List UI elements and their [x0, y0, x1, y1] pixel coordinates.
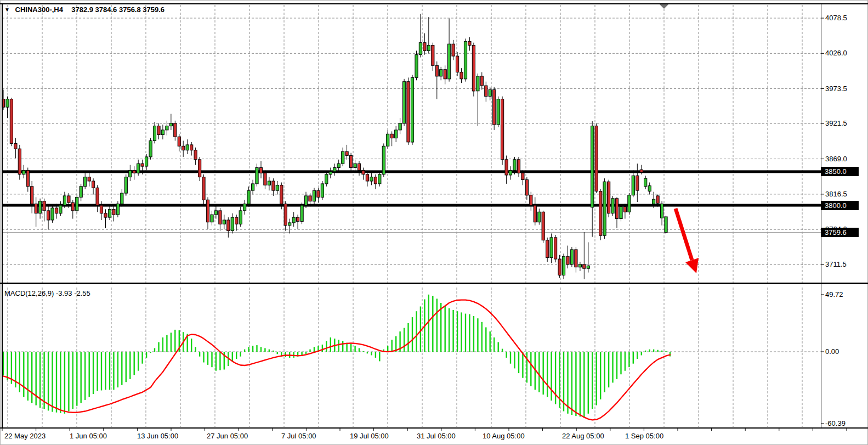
resistance-line-3850[interactable]	[2, 170, 821, 173]
candle-body	[370, 177, 373, 181]
macd-histogram-bar	[547, 352, 548, 397]
macd-histogram-bar	[89, 352, 90, 397]
candle-body	[6, 99, 9, 108]
time-axis-label: 7 Jul 05:00	[281, 432, 316, 440]
macd-histogram-bar	[264, 348, 265, 352]
macd-histogram-bar	[481, 322, 483, 352]
candle-body	[542, 212, 544, 240]
macd-histogram-bar	[158, 342, 159, 352]
candle-body	[96, 188, 99, 205]
candle-body	[288, 223, 291, 226]
macd-histogram-bar	[146, 352, 147, 358]
macd-histogram-bar	[657, 350, 658, 352]
candle-body	[538, 212, 541, 222]
macd-histogram-bar	[379, 352, 380, 361]
macd-histogram-bar	[141, 352, 143, 364]
macd-histogram-bar	[588, 352, 589, 414]
macd-histogram-bar	[326, 341, 327, 352]
candle-body	[198, 160, 201, 177]
candle-body	[599, 191, 602, 235]
macd-histogram-bar	[502, 349, 503, 352]
macd-histogram-bar	[477, 318, 478, 352]
macd-histogram-bar	[31, 352, 32, 403]
macd-histogram-bar	[244, 350, 245, 352]
macd-histogram-bar	[7, 352, 8, 380]
candle-body	[623, 207, 626, 212]
macd-histogram-bar	[469, 314, 470, 352]
macd-histogram-bar	[485, 328, 486, 352]
macd-histogram-bar	[367, 352, 368, 353]
macd-histogram-bar	[641, 352, 642, 356]
macd-histogram-bar	[583, 352, 585, 418]
macd-histogram-bar	[64, 352, 65, 414]
macd-histogram-bar	[530, 352, 531, 386]
macd-tick-label: 0.00	[825, 347, 839, 356]
candle-body	[272, 181, 275, 190]
macd-histogram-bar	[203, 352, 204, 363]
one-click-trading-arrow-icon[interactable]: ▼	[4, 7, 10, 13]
candle-body	[513, 160, 516, 171]
macd-histogram-bar	[219, 352, 220, 370]
support-line-3800[interactable]	[2, 204, 821, 207]
candle-body	[554, 238, 557, 259]
candle-body	[432, 46, 434, 66]
macd-histogram-bar	[273, 351, 274, 352]
chart-canvas[interactable]	[0, 0, 868, 445]
candle-body	[329, 172, 332, 174]
macd-histogram-bar	[211, 352, 212, 367]
macd-histogram-bar	[375, 352, 376, 358]
macd-histogram[interactable]	[3, 295, 671, 418]
macd-histogram-bar	[150, 352, 151, 353]
candle-body	[648, 186, 651, 191]
macd-histogram-bar	[649, 350, 650, 352]
candle-body	[166, 126, 168, 130]
candle-body	[578, 264, 581, 267]
candle-body	[206, 200, 209, 222]
macd-histogram-bar	[628, 352, 629, 367]
macd-histogram-bar	[359, 348, 360, 352]
macd-histogram-bar	[105, 352, 106, 390]
candle-body	[124, 177, 127, 193]
trend-arrow[interactable]	[676, 209, 699, 273]
macd-histogram-bar	[522, 352, 523, 378]
macd-histogram-bar	[440, 303, 441, 352]
trend-arrow-head	[685, 258, 699, 273]
candle-body	[43, 201, 46, 211]
candle-body	[374, 177, 377, 184]
macd-histogram-bar	[445, 306, 446, 352]
macd-histogram-bar	[199, 352, 200, 357]
macd-histogram-bar	[232, 352, 233, 361]
macd-histogram-bar	[113, 352, 114, 390]
candle-body	[480, 76, 483, 86]
candle-body	[476, 76, 479, 91]
macd-histogram-bar	[36, 352, 37, 405]
candle-body	[309, 196, 311, 201]
candle-body	[63, 196, 66, 205]
candle-body	[378, 174, 381, 184]
macd-histogram-bar	[616, 352, 617, 379]
time-axis-label: 1 Jun 05:00	[70, 432, 107, 440]
macd-histogram-bar	[3, 352, 4, 375]
candle-body	[395, 130, 398, 138]
candle-body	[440, 70, 442, 76]
macd-histogram-bar	[387, 346, 388, 352]
candle-body	[304, 196, 307, 205]
candle-body	[382, 146, 385, 174]
price-tick-label: 3869.0	[825, 155, 847, 164]
macd-histogram-bar	[293, 352, 294, 358]
candle-body	[178, 137, 180, 146]
candle-body	[317, 190, 320, 197]
time-axis-label: 27 Jun 05:00	[207, 432, 248, 440]
macd-histogram-bar	[551, 352, 552, 401]
candle-body	[161, 130, 164, 135]
macd-histogram-bar	[604, 352, 605, 392]
candle-body	[399, 123, 401, 130]
macd-histogram-bar	[665, 351, 666, 352]
candle-body	[39, 201, 42, 213]
candle-body	[608, 182, 610, 213]
candle-body	[566, 256, 569, 264]
candle-body	[562, 256, 565, 275]
candle-body	[530, 195, 532, 205]
macd-histogram-bar	[653, 350, 654, 352]
candle-body	[345, 151, 348, 155]
